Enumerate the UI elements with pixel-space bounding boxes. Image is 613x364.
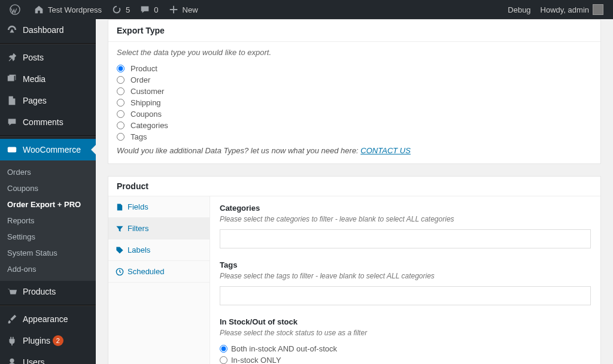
clock-icon: [116, 268, 124, 276]
user-icon: [6, 356, 18, 364]
product-header: Product: [108, 177, 600, 196]
tags-input[interactable]: [220, 286, 591, 305]
export-type-radio[interactable]: [117, 65, 125, 72]
menu-users[interactable]: Users: [0, 351, 96, 364]
svg-point-2: [10, 359, 14, 363]
comment-icon: [139, 4, 150, 15]
export-type-label: Categories: [131, 121, 168, 130]
home-icon: [34, 4, 44, 15]
export-type-radio[interactable]: [117, 110, 125, 118]
stock-option[interactable]: In-stock ONLY: [220, 354, 591, 364]
admin-bar-left: Test Wordpress 5 0 New: [5, 0, 203, 19]
menu-posts[interactable]: Posts: [0, 47, 96, 68]
export-type-radio[interactable]: [117, 99, 125, 107]
export-type-title: Export Type: [108, 20, 600, 42]
separator: [0, 135, 96, 136]
refresh-item[interactable]: 5: [107, 0, 135, 19]
products-icon: [6, 286, 18, 298]
admin-bar: Test Wordpress 5 0 New Debug Howdy, admi…: [0, 0, 613, 19]
stock-label: Both in-stock AND out-of-stock: [231, 344, 337, 353]
tags-desc: Please select the tags to filter - leave…: [220, 272, 591, 280]
export-type-option[interactable]: Categories: [117, 120, 592, 131]
sub-system-status[interactable]: System Status: [0, 245, 96, 261]
menu-media[interactable]: Media: [0, 68, 96, 90]
tag-icon: [116, 246, 124, 254]
site-title: Test Wordpress: [48, 5, 102, 14]
export-type-option[interactable]: Coupons: [117, 108, 592, 120]
menu-plugins[interactable]: Plugins2: [0, 330, 96, 351]
woocommerce-icon: [6, 144, 18, 156]
dashboard-icon: [6, 24, 18, 36]
new-item[interactable]: New: [163, 0, 203, 19]
export-type-option[interactable]: Order: [117, 74, 592, 86]
categories-title: Categories: [220, 204, 591, 213]
stock-radio[interactable]: [220, 356, 227, 364]
comments-icon: [6, 116, 18, 128]
refresh-icon: [111, 4, 122, 15]
menu-comments[interactable]: Comments: [0, 111, 96, 133]
export-type-radio[interactable]: [117, 133, 125, 141]
product-tabs: Fields Filters Labels Scheduled: [108, 196, 210, 364]
export-type-radio[interactable]: [117, 76, 125, 84]
sub-orders[interactable]: Orders: [0, 164, 96, 180]
export-type-panel: Export Type Select the data type you wou…: [108, 19, 601, 164]
sub-addons[interactable]: Add-ons: [0, 261, 96, 277]
export-type-option[interactable]: Customer: [117, 86, 592, 97]
wordpress-icon: [10, 4, 20, 15]
export-type-label: Customer: [131, 87, 164, 96]
export-type-radio[interactable]: [117, 87, 125, 95]
tab-fields[interactable]: Fields: [108, 196, 210, 218]
menu-appearance[interactable]: Appearance: [0, 308, 96, 330]
avatar: [593, 4, 603, 15]
comment-count: 0: [154, 5, 158, 14]
stock-label: In-stock ONLY: [231, 356, 281, 364]
file-icon: [116, 203, 124, 211]
sub-coupons[interactable]: Coupons: [0, 180, 96, 196]
menu-pages[interactable]: Pages: [0, 90, 96, 111]
export-type-option[interactable]: Shipping: [117, 97, 592, 108]
categories-input[interactable]: [220, 229, 591, 248]
export-type-label: Shipping: [131, 98, 161, 107]
comments-item[interactable]: 0: [135, 0, 163, 19]
media-icon: [6, 73, 18, 85]
admin-sidebar: Dashboard Posts Media Pages Comments Woo…: [0, 19, 96, 364]
stock-title: In Stock/Out of stock: [220, 317, 591, 326]
separator: [0, 305, 96, 306]
export-type-label: Coupons: [131, 110, 162, 119]
stock-option[interactable]: Both in-stock AND out-of-stock: [220, 343, 591, 354]
svg-rect-1: [8, 147, 16, 153]
plugins-badge: 2: [53, 335, 63, 346]
sub-reports[interactable]: Reports: [0, 213, 96, 229]
export-type-option[interactable]: Tags: [117, 131, 592, 142]
wp-logo[interactable]: [5, 0, 29, 19]
export-type-label: Order: [131, 75, 150, 84]
page-icon: [6, 95, 18, 107]
sub-settings[interactable]: Settings: [0, 229, 96, 245]
tab-filters[interactable]: Filters: [108, 218, 210, 239]
tab-labels[interactable]: Labels: [108, 239, 210, 261]
brush-icon: [6, 313, 18, 325]
howdy-label: Howdy, admin: [541, 5, 589, 14]
export-type-option[interactable]: Product: [117, 63, 592, 74]
site-name[interactable]: Test Wordpress: [29, 0, 107, 19]
tab-scheduled[interactable]: Scheduled: [108, 261, 210, 283]
separator: [0, 43, 96, 44]
new-label: New: [183, 5, 198, 14]
stock-radio[interactable]: [220, 345, 227, 353]
plus-icon: [168, 4, 179, 15]
sub-order-export[interactable]: Order Export + PRO: [0, 196, 96, 213]
wc-submenu: Orders Coupons Order Export + PRO Report…: [0, 160, 96, 281]
account-item[interactable]: Howdy, admin: [536, 0, 608, 19]
menu-products[interactable]: Products: [0, 281, 96, 302]
categories-desc: Please select the categories to filter -…: [220, 215, 591, 223]
debug-item[interactable]: Debug: [503, 0, 535, 19]
export-type-radio[interactable]: [117, 122, 125, 129]
contact-text: Would you like additional Data Types? le…: [117, 146, 592, 155]
product-panel: Product Fields Filters Labels Scheduled …: [108, 176, 601, 364]
contact-link[interactable]: CONTACT US: [360, 146, 411, 155]
menu-woocommerce[interactable]: WooCommerce: [0, 139, 96, 160]
filter-icon: [116, 225, 124, 233]
export-type-label: Tags: [131, 132, 147, 141]
menu-dashboard[interactable]: Dashboard: [0, 19, 96, 41]
stock-desc: Please select the stock status to use as…: [220, 329, 591, 337]
